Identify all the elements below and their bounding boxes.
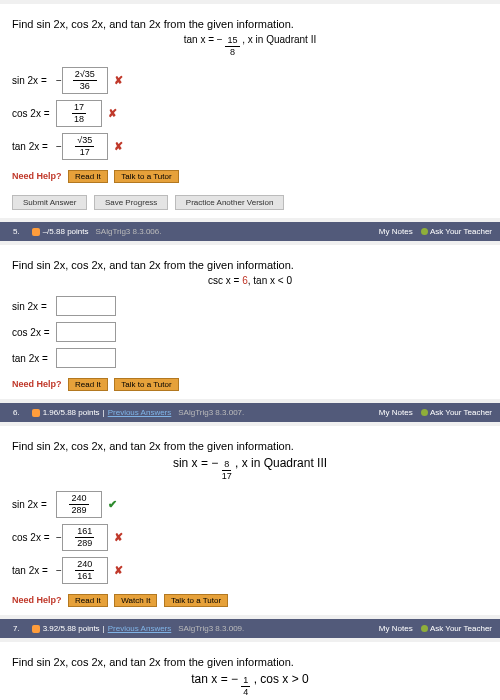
label: cos 2x = [12,108,56,119]
num: 161 [75,527,94,538]
header-links: My Notes Ask Your Teacher [373,408,492,417]
prompt: Find sin 2x, cos 2x, and tan 2x from the… [12,18,488,30]
given-text: tan x = − [191,672,238,686]
previous-answers-link[interactable]: Previous Answers [108,624,172,633]
row-sin2x: sin 2x = − 2√3536 ✘ [12,67,488,94]
given-text2: , tan x < 0 [248,275,292,286]
dot-icon [421,625,428,632]
label: sin 2x = [12,301,56,312]
source-text: SAlgTrig3 8.3.007. [178,408,244,417]
given-info: csc x = 6, tan x < 0 [12,275,488,286]
label: tan 2x = [12,353,56,364]
need-help: Need Help? Read It Watch It Talk to a Tu… [12,594,488,607]
row-sin2x: sin 2x = 240289 ✔ [12,491,488,518]
points: 5. –/5.88 points SAlgTrig3 8.3.006. [8,225,161,238]
points-text: –/5.88 points [43,227,89,236]
num: 8 [222,460,231,471]
points-text: 3.92/5.88 points [43,624,100,633]
row-tan2x: tan 2x = [12,348,488,368]
ask-teacher-link[interactable]: Ask Your Teacher [421,624,492,633]
label: cos 2x = [12,327,56,338]
talk-tutor-button[interactable]: Talk to a Tutor [114,378,178,391]
given-info: tan x = − 158 , x in Quadrant II [12,34,488,57]
right-icon: ✔ [108,498,117,511]
given-text2: , x in Quadrant II [242,34,316,45]
den: 17 [222,471,232,481]
den: 17 [80,147,90,157]
points-text: 1.96/5.88 points [43,408,100,417]
source-text: SAlgTrig3 8.3.009. [178,624,244,633]
row-cos2x: cos 2x = 1718 ✘ [12,100,488,127]
question-7: Find sin 2x, cos 2x, and tan 2x from the… [0,642,500,700]
question-5-header: 5. –/5.88 points SAlgTrig3 8.3.006. My N… [0,222,500,241]
wrong-icon: ✘ [108,107,117,120]
answer-input[interactable] [56,348,116,368]
answer-input[interactable]: 161289 [62,524,108,551]
my-notes-link[interactable]: My Notes [379,227,413,236]
answer-input[interactable]: 240161 [62,557,108,584]
question-6: Find sin 2x, cos 2x, and tan 2x from the… [0,426,500,615]
need-help: Need Help? Read It Talk to a Tutor [12,170,488,183]
den: 18 [74,114,84,124]
read-it-button[interactable]: Read It [68,594,108,607]
my-notes-link[interactable]: My Notes [379,408,413,417]
row-cos2x: cos 2x = [12,322,488,342]
qnum: 6. [8,406,25,419]
watch-it-button[interactable]: Watch It [114,594,157,607]
answer-input[interactable] [56,322,116,342]
ask-teacher-link[interactable]: Ask Your Teacher [421,408,492,417]
points: 6. 1.96/5.88 points | Previous Answers S… [8,406,244,419]
den: 161 [77,571,92,581]
read-it-button[interactable]: Read It [68,170,108,183]
question-6-header: 6. 1.96/5.88 points | Previous Answers S… [0,403,500,422]
talk-tutor-button[interactable]: Talk to a Tutor [164,594,228,607]
label: sin 2x = [12,75,56,86]
row-cos2x: cos 2x = − 161289 ✘ [12,524,488,551]
qnum: 5. [8,225,25,238]
label: cos 2x = [12,532,56,543]
num: √35 [75,136,94,147]
ask-teacher-link[interactable]: Ask Your Teacher [421,227,492,236]
submit-answer-button[interactable]: Submit Answer [12,195,87,210]
answer-input[interactable] [56,296,116,316]
given-info: tan x = − 14 , cos x > 0 [12,672,488,697]
num: 1 [241,676,250,687]
points-icon [32,625,40,633]
prompt: Find sin 2x, cos 2x, and tan 2x from the… [12,259,488,271]
num: 15 [225,36,239,47]
points-icon [32,409,40,417]
den: 4 [243,687,248,697]
answer-input[interactable]: 240289 [56,491,102,518]
qnum: 7. [8,622,25,635]
answer-input[interactable]: √3517 [62,133,108,160]
prompt: Find sin 2x, cos 2x, and tan 2x from the… [12,440,488,452]
answer-input[interactable]: 1718 [56,100,102,127]
given-text: sin x = − [173,456,218,470]
action-buttons: Submit Answer Save Progress Practice Ano… [12,195,488,210]
read-it-button[interactable]: Read It [68,378,108,391]
my-notes-link[interactable]: My Notes [379,624,413,633]
header-links: My Notes Ask Your Teacher [373,227,492,236]
num: 240 [75,560,94,571]
practice-another-button[interactable]: Practice Another Version [175,195,285,210]
save-progress-button[interactable]: Save Progress [94,195,168,210]
points: 7. 3.92/5.88 points | Previous Answers S… [8,622,244,635]
talk-tutor-button[interactable]: Talk to a Tutor [114,170,178,183]
previous-answers-link[interactable]: Previous Answers [108,408,172,417]
given-text2: , cos x > 0 [254,672,309,686]
question-4: Find sin 2x, cos 2x, and tan 2x from the… [0,4,500,218]
given-text: tan x = − [184,34,223,45]
prompt: Find sin 2x, cos 2x, and tan 2x from the… [12,656,488,668]
row-tan2x: tan 2x = − 240161 ✘ [12,557,488,584]
row-sin2x: sin 2x = [12,296,488,316]
den: 289 [71,505,86,515]
num: 240 [69,494,88,505]
dot-icon [421,409,428,416]
wrong-icon: ✘ [114,140,123,153]
label: tan 2x = [12,565,56,576]
num: 17 [72,103,86,114]
wrong-icon: ✘ [114,531,123,544]
answer-input[interactable]: 2√3536 [62,67,108,94]
need-help-label: Need Help? [12,171,62,181]
question-7-header: 7. 3.92/5.88 points | Previous Answers S… [0,619,500,638]
